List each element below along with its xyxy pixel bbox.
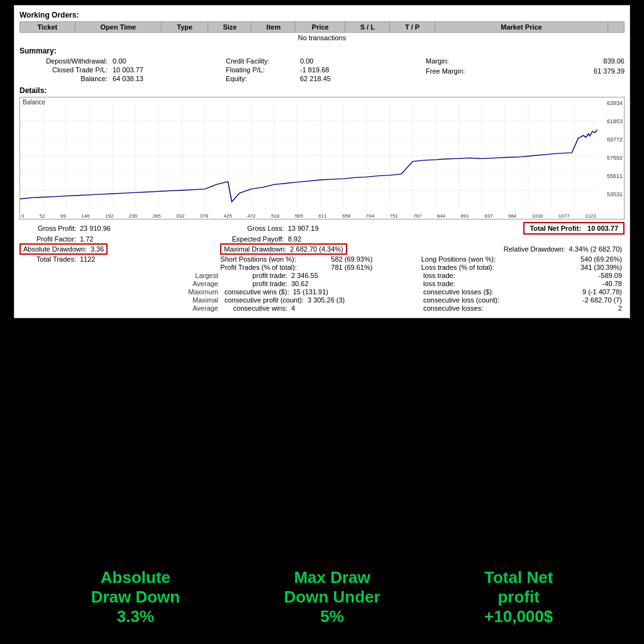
largest-profit-label: profit trade: [225, 272, 287, 279]
chart-container: Balance 63934 61853 59772 57692 55611 53… [19, 97, 625, 219]
y-label-2: 55611 [607, 173, 623, 179]
average2-label: Average [192, 304, 218, 312]
deposit-label: Deposit/Withdrawal: [26, 57, 108, 65]
balance-label: Balance: [26, 75, 108, 82]
largest-label: Largest [195, 272, 218, 279]
avg-loss-label: loss trade: [423, 280, 455, 287]
short-pos-label: Short Positions (won %): [220, 255, 327, 263]
x-658: 658 [342, 213, 350, 219]
loss-trades-label: Loss trades (% of total): [421, 264, 494, 271]
col-ticket: Ticket [20, 22, 75, 33]
long-pos-value: 540 (69.26%) [580, 255, 622, 263]
profit-factor-label: Profit Factor: [19, 235, 76, 243]
profit-trades-value: 781 (69.61%) [331, 264, 372, 271]
total-trades-label: Total Trades: [19, 255, 76, 263]
x-192: 192 [105, 213, 113, 219]
net-value-text: +10,000$ [484, 607, 553, 626]
max-annotation: Max Draw Down Under 5% [284, 568, 380, 626]
x-239: 239 [129, 213, 137, 219]
profit-factor-value: 1.72 [80, 235, 93, 243]
max-drawdown-value: 2 682.70 (4.34%) [290, 245, 343, 253]
x-472: 472 [247, 213, 255, 219]
y-label-4: 59772 [607, 136, 623, 143]
credit-label: Credit Facility: [226, 57, 295, 65]
x-704: 704 [366, 213, 374, 219]
x-1123: 1123 [585, 213, 596, 219]
details-title: Details: [19, 86, 625, 95]
balance-chart [20, 104, 597, 208]
summary-title: Summary: [19, 47, 625, 55]
y-label-6: 63934 [607, 100, 623, 106]
short-pos-value: 582 (69.93%) [331, 255, 372, 263]
x-797: 797 [413, 213, 421, 219]
x-891: 891 [461, 213, 469, 219]
net-annotation: Total Net profit +10,000$ [484, 568, 553, 626]
credit-value: 0.00 [300, 57, 313, 65]
expected-payoff-value: 8.92 [288, 235, 301, 243]
col-actions [608, 22, 625, 33]
gross-loss-label: Gross Loss: [221, 225, 284, 232]
annotation-area: Absolute Draw Down 3.3% Max Draw Down Un… [14, 318, 630, 639]
largest-profit-value: 2 346.55 [291, 272, 318, 279]
closed-pl-label: Closed Trade P/L: [26, 66, 108, 74]
max-consec-wins-label: consecutive wins ($): [225, 288, 289, 296]
x-751: 751 [389, 213, 397, 219]
max-consec-loss-cnt-value: -2 682.70 (7) [582, 296, 622, 304]
chart-balance-label: Balance [23, 99, 45, 106]
avg-loss-value: -40.78 [602, 280, 622, 287]
avg-profit-value: 30.62 [291, 280, 309, 287]
equity-value: 62 218.45 [300, 75, 331, 82]
x-1077: 1077 [558, 213, 570, 219]
working-orders-title: Working Orders: [19, 11, 625, 19]
equity-label: Equity: [226, 75, 295, 82]
long-pos-label: Long Positions (won %): [421, 255, 496, 263]
x-378: 378 [200, 213, 208, 219]
rel-drawdown-label: Relative Drawdown: [504, 245, 565, 253]
largest-loss-value: -589.09 [599, 272, 622, 279]
col-item: Item [252, 22, 296, 33]
max-consec-profit-label: consecutive profit (count): [225, 296, 304, 304]
closed-pl-value: 10 003.77 [113, 66, 143, 74]
col-price: Price [296, 22, 345, 33]
orders-table: Ticket Open Time Type Size Item Price S … [19, 21, 625, 43]
abs-drawdown-value: 3.36 [91, 245, 104, 253]
margin-label: Margin: [426, 57, 449, 65]
max-drawdown-box: Maximal Drawdown: 2 682.70 (4.34%) [220, 243, 347, 255]
x-0: 0 [21, 213, 24, 219]
y-label-1: 53531 [607, 191, 623, 197]
max-value-text: 5% [320, 607, 344, 626]
summary-section: Summary: Deposit/Withdrawal: 0.00 Closed… [19, 47, 625, 82]
x-844: 844 [437, 213, 445, 219]
max-consec-wins-value: 15 (131.91) [293, 288, 328, 296]
deposit-value: 0.00 [113, 57, 126, 65]
free-margin-label: Free Margin: [426, 67, 465, 75]
average-label: Average [192, 280, 218, 287]
abs-drawdown-label: Absolute Drawdown: [23, 245, 87, 253]
col-tp: T / P [390, 22, 435, 33]
x-611: 611 [318, 213, 326, 219]
x-518: 518 [271, 213, 279, 219]
max-title-text: Max Draw Down Under [284, 568, 380, 607]
y-label-3: 57692 [607, 155, 623, 161]
x-425: 425 [224, 213, 232, 219]
x-285: 285 [152, 213, 160, 219]
gross-profit-value: 23 910.96 [80, 225, 111, 232]
x-99: 99 [60, 213, 66, 219]
balance-line [20, 130, 597, 202]
expected-payoff-label: Expected Payoff: [221, 235, 284, 243]
total-net-profit-label: Total Net Profit: [530, 225, 581, 232]
col-type: Type [161, 22, 208, 33]
net-title-text: Total Net profit [484, 568, 553, 607]
stats-section: Gross Profit: 23 910.96 Gross Loss: 13 9… [19, 222, 625, 312]
avg-profit-label: profit trade: [225, 280, 287, 287]
gross-loss-value: 13 907.19 [288, 225, 319, 232]
margin-value: 839.06 [603, 57, 625, 65]
free-margin-value: 61 379.39 [594, 67, 625, 75]
maximum-label: Maximum [188, 288, 218, 296]
avg-consec-wins-label: consecutive wins: [225, 304, 287, 312]
x-984: 984 [508, 213, 516, 219]
col-open-time: Open Time [75, 22, 161, 33]
col-size: Size [208, 22, 252, 33]
main-panel: Working Orders: Ticket Open Time Type Si… [14, 5, 630, 318]
x-146: 146 [81, 213, 89, 219]
